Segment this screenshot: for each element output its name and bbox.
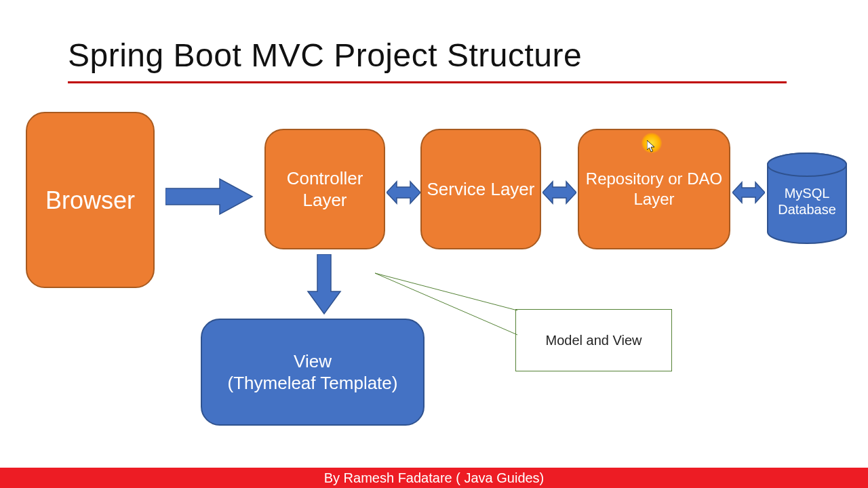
callout-label: Model and View (546, 333, 642, 348)
svg-point-1 (768, 153, 846, 176)
node-service: Service Layer (420, 129, 541, 249)
svg-marker-2 (165, 179, 252, 214)
diagram-title: Spring Boot MVC Project Structure (68, 37, 582, 74)
title-underline (68, 81, 787, 83)
node-repository: Repository or DAO Layer (578, 129, 730, 249)
node-database: MySQL Database (766, 152, 848, 244)
svg-marker-3 (387, 182, 420, 203)
callout-model-and-view: Model and View (515, 309, 672, 371)
node-database-label: MySQL Database (766, 185, 848, 218)
arrow-controller-to-view (305, 254, 343, 315)
arrow-repository-database (732, 179, 765, 206)
arrow-browser-to-controller (165, 176, 254, 217)
node-view-label: View (Thymeleaf Template) (228, 350, 398, 394)
node-view: View (Thymeleaf Template) (201, 319, 425, 426)
node-browser: Browser (26, 112, 155, 288)
svg-marker-4 (542, 182, 576, 203)
svg-marker-6 (308, 254, 340, 314)
svg-marker-5 (732, 182, 765, 203)
arrow-service-repository (542, 178, 576, 207)
arrow-controller-service (387, 178, 420, 207)
footer-credit: By Ramesh Fadatare ( Java Guides) (0, 468, 868, 488)
node-controller: Controller Layer (264, 129, 385, 249)
